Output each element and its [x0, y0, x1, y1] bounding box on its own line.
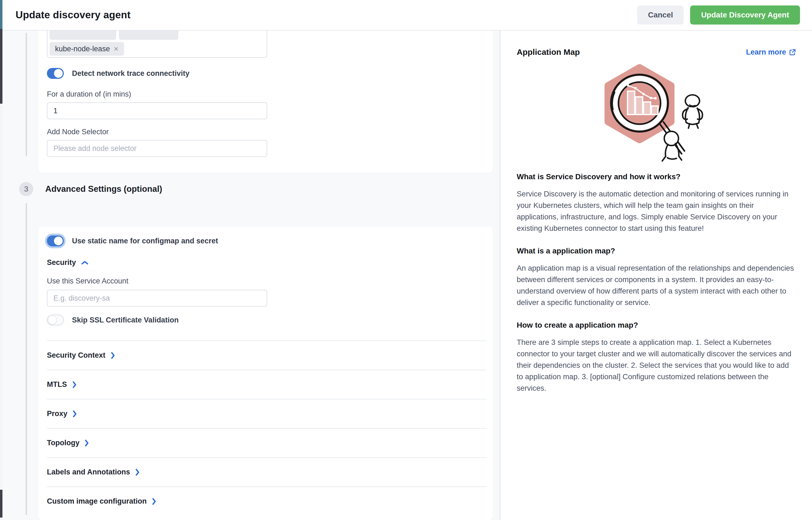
advanced-settings-card: Use static name for configmap and secret… — [38, 227, 493, 520]
section-label: Labels and Annotations — [47, 468, 130, 476]
chevron-right-icon — [84, 439, 89, 447]
step-indicator: 3 — [19, 182, 33, 196]
qa-body: There are 3 simple steps to create a app… — [517, 337, 796, 394]
background-app-header-strip — [0, 0, 2, 29]
tag-label: kube-node-lease — [55, 45, 110, 53]
advanced-accordion: Security Context MTLS Proxy — [47, 340, 487, 516]
security-section-label: Security — [47, 258, 76, 267]
section-proxy[interactable]: Proxy — [47, 399, 487, 428]
cancel-button[interactable]: Cancel — [637, 5, 683, 25]
section-label: Proxy — [47, 410, 67, 418]
header: Update discovery agent Cancel Update Dis… — [2, 0, 812, 30]
update-discovery-agent-screen: Update discovery agent Cancel Update Dis… — [0, 0, 812, 520]
learn-more-label: Learn more — [746, 48, 786, 56]
section-custom-image[interactable]: Custom image configuration — [47, 487, 487, 516]
section-mtls[interactable]: MTLS — [47, 370, 487, 399]
remove-tag-icon[interactable]: × — [114, 45, 118, 53]
section-labels-annotations[interactable]: Labels and Annotations — [47, 457, 487, 487]
duration-input[interactable] — [47, 102, 267, 119]
section-label: MTLS — [47, 380, 67, 389]
chevron-right-icon — [72, 381, 77, 389]
application-map-panel: Application Map Learn more — [500, 30, 812, 520]
section-label: Topology — [47, 439, 79, 447]
form-panel: kube-node-lease × Detect network trace c… — [2, 30, 500, 520]
namespace-tags-input[interactable]: kube-node-lease × — [47, 30, 267, 58]
skip-ssl-toggle[interactable] — [47, 315, 64, 326]
detect-network-toggle[interactable] — [47, 68, 64, 79]
static-name-toggle-label: Use static name for configmap and secret — [72, 237, 218, 245]
background-app-edge — [0, 0, 2, 520]
application-map-title: Application Map — [517, 48, 580, 57]
duration-label: For a duration of (in mins) — [47, 90, 131, 99]
tag-chip-partial[interactable] — [50, 30, 116, 40]
step-title: Advanced Settings (optional) — [45, 184, 162, 194]
skip-ssl-toggle-label: Skip SSL Certificate Validation — [72, 316, 179, 324]
toggle-knob — [54, 237, 63, 245]
chevron-right-icon — [152, 498, 157, 505]
node-selector-input[interactable] — [47, 140, 267, 157]
header-actions: Cancel Update Discovery Agent — [637, 5, 800, 25]
toggle-knob — [48, 316, 57, 324]
security-section-header[interactable]: Security — [47, 258, 89, 267]
section-label: Custom image configuration — [47, 497, 147, 505]
chevron-right-icon — [135, 468, 140, 476]
qa-section: What is Service Discovery and how it wor… — [517, 173, 796, 234]
application-map-header: Application Map Learn more — [517, 48, 796, 57]
chevron-up-icon — [81, 260, 89, 265]
chevron-right-icon — [110, 352, 115, 359]
background-sidebar-strip-bottom — [0, 490, 2, 518]
service-account-input[interactable] — [47, 290, 267, 307]
external-link-icon — [789, 49, 796, 56]
update-discovery-agent-button[interactable]: Update Discovery Agent — [690, 5, 800, 25]
discovery-settings-card: kube-node-lease × Detect network trace c… — [38, 30, 493, 173]
section-security-context[interactable]: Security Context — [47, 340, 487, 370]
qa-heading: What is Service Discovery and how it wor… — [517, 173, 796, 181]
page-title: Update discovery agent — [16, 9, 131, 21]
qa-body: An application map is a visual represent… — [517, 262, 796, 308]
qa-body: Service Discovery is the automatic detec… — [517, 188, 796, 234]
skip-ssl-toggle-row: Skip SSL Certificate Validation — [47, 315, 179, 326]
detect-network-toggle-row: Detect network trace connectivity — [47, 68, 190, 79]
static-name-toggle-row: Use static name for configmap and secret — [47, 235, 218, 246]
qa-section: What is a application map? An applicatio… — [517, 246, 796, 308]
step-connector-line — [26, 203, 27, 515]
qa-heading: What is a application map? — [517, 246, 796, 255]
qa-section: How to create a application map? There a… — [517, 321, 796, 394]
application-map-illustration — [599, 64, 714, 163]
section-label: Security Context — [47, 351, 106, 360]
learn-more-link[interactable]: Learn more — [746, 48, 796, 56]
detect-network-toggle-label: Detect network trace connectivity — [72, 69, 190, 78]
step-connector-line — [26, 33, 27, 156]
step-3-row: 3 Advanced Settings (optional) — [19, 182, 162, 196]
toggle-knob — [54, 69, 63, 78]
qa-heading: How to create a application map? — [517, 321, 796, 330]
chevron-right-icon — [72, 410, 77, 418]
background-sidebar-strip-top — [0, 29, 2, 104]
tag-chip: kube-node-lease × — [50, 42, 124, 56]
static-name-toggle[interactable] — [47, 235, 64, 246]
node-selector-label: Add Node Selector — [47, 128, 109, 136]
section-topology[interactable]: Topology — [47, 428, 487, 457]
service-account-label: Use this Service Account — [47, 277, 129, 285]
tag-chip-partial[interactable] — [119, 30, 178, 40]
